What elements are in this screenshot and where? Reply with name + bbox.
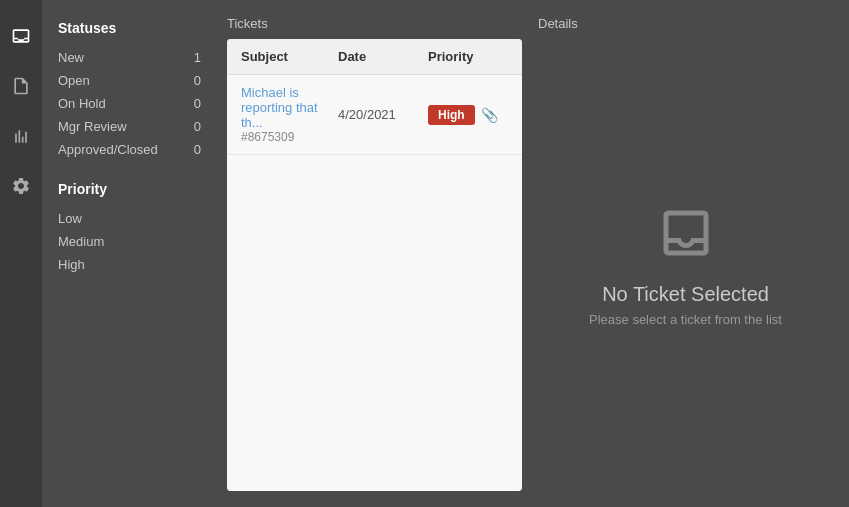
col-header-subject: Subject (241, 49, 338, 64)
details-empty-state: No Ticket Selected Please select a ticke… (538, 39, 833, 491)
no-ticket-subtitle: Please select a ticket from the list (589, 312, 782, 327)
sidebar: Statuses New 1 Open 0 On Hold 0 Mgr Revi… (42, 0, 217, 507)
priority-item-high[interactable]: High (58, 253, 201, 276)
status-item-new[interactable]: New 1 (58, 46, 201, 69)
table-row[interactable]: Michael is reporting that th... #8675309… (227, 75, 522, 155)
col-header-date: Date (338, 49, 428, 64)
tickets-panel: Tickets Subject Date Priority Michael is… (227, 16, 522, 491)
priority-badge: High (428, 105, 475, 125)
ticket-priority-col: High 📎 (428, 105, 508, 125)
inbox-nav-icon[interactable] (5, 20, 37, 52)
table-body: Michael is reporting that th... #8675309… (227, 75, 522, 491)
col-header-priority: Priority (428, 49, 508, 64)
status-item-onhold[interactable]: On Hold 0 (58, 92, 201, 115)
details-panel-title: Details (538, 16, 833, 31)
statuses-title: Statuses (58, 20, 201, 36)
priority-item-low[interactable]: Low (58, 207, 201, 230)
status-item-approved-closed[interactable]: Approved/Closed 0 (58, 138, 201, 161)
ticket-subject-col: Michael is reporting that th... #8675309 (241, 85, 338, 144)
main-content: Tickets Subject Date Priority Michael is… (217, 0, 849, 507)
status-item-mgr-review[interactable]: Mgr Review 0 (58, 115, 201, 138)
icon-navbar (0, 0, 42, 507)
tickets-table: Subject Date Priority Michael is reporti… (227, 39, 522, 491)
chart-nav-icon[interactable] (5, 120, 37, 152)
ticket-date: 4/20/2021 (338, 107, 428, 122)
attachment-icon: 📎 (481, 107, 498, 123)
ticket-id: #8675309 (241, 130, 338, 144)
gear-nav-icon[interactable] (5, 170, 37, 202)
details-panel: Details No Ticket Selected Please select… (538, 16, 833, 491)
table-header: Subject Date Priority (227, 39, 522, 75)
priority-item-medium[interactable]: Medium (58, 230, 201, 253)
no-ticket-icon (651, 203, 721, 267)
tickets-panel-title: Tickets (227, 16, 522, 31)
document-nav-icon[interactable] (5, 70, 37, 102)
status-item-open[interactable]: Open 0 (58, 69, 201, 92)
priority-title: Priority (58, 181, 201, 197)
ticket-subject-text: Michael is reporting that th... (241, 85, 338, 130)
no-ticket-title: No Ticket Selected (602, 283, 769, 306)
